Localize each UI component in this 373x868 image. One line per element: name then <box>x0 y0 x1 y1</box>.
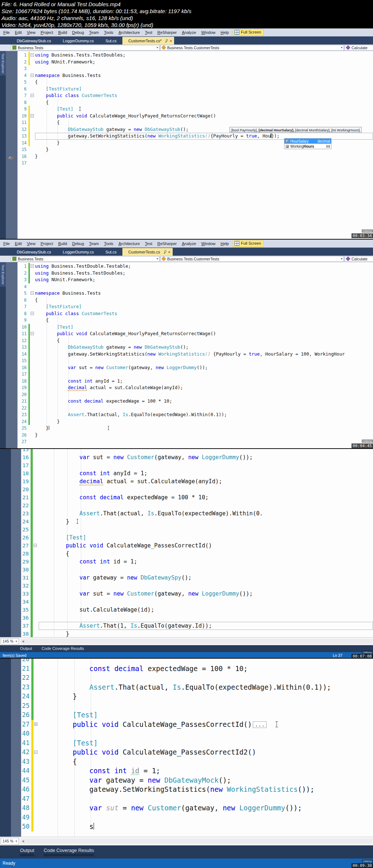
member-dropdown[interactable]: Calculate <box>345 45 373 51</box>
code-line[interactable]: 11− public void CalculateWage_HourlyPaye… <box>17 330 373 337</box>
code-line[interactable]: 21 const decimal expectedWage = 100 * 10… <box>21 493 373 501</box>
code-line[interactable]: 21 const decimal expectedWage = 100 * 10… <box>21 664 373 674</box>
code-line[interactable]: 18 const int anyId = 1; <box>17 378 373 385</box>
expand-icon[interactable]: + <box>34 722 38 726</box>
collapse-icon[interactable]: − <box>31 291 34 295</box>
code-line[interactable]: 5{ <box>17 79 373 86</box>
test-explorer-tab[interactable]: Test Explorer <box>0 51 6 75</box>
scroll-left-icon[interactable]: ◀ <box>21 640 24 643</box>
code-line[interactable]: 24 } <box>21 692 373 701</box>
project-dropdown[interactable]: Business.Tests ▾ <box>11 256 160 262</box>
type-dropdown[interactable]: Business.Tests.CustomerTests ▾ <box>160 45 344 51</box>
code-line[interactable]: 31 var gateway = new DbGatewaySpy(); <box>21 574 373 582</box>
code-line[interactable]: 45 var gateway = new DbGatewayMock(); <box>21 776 373 785</box>
code-line[interactable]: 22 <box>17 405 373 412</box>
code-line[interactable]: 40 <box>21 729 373 739</box>
code-line[interactable]: 27 <box>17 438 373 445</box>
menu-item-help[interactable]: Help <box>218 30 232 35</box>
horizontal-scrollbar[interactable]: ◀ <box>21 839 372 844</box>
menu-item-analyze[interactable]: Analyze <box>179 241 199 247</box>
code-line[interactable]: 16 var sut = new Customer(gateway, new L… <box>21 453 373 461</box>
code-line[interactable]: 13 DbGatewayStub gateway = new DbGateway… <box>17 344 373 351</box>
pin-icon[interactable] <box>165 39 168 43</box>
code-line[interactable]: 43 { <box>21 757 373 767</box>
menu-item-architecture[interactable]: Architecture <box>116 241 142 247</box>
code-line[interactable]: 11 { <box>17 119 373 126</box>
menu-item-edit[interactable]: Edit <box>12 241 24 247</box>
code-line[interactable]: 22 <box>21 673 373 683</box>
code-line[interactable]: 24 } <box>17 418 373 425</box>
code-line[interactable]: 25 } <box>17 425 373 432</box>
scroll-left-icon[interactable]: ◀ <box>21 840 24 843</box>
code-line[interactable]: 4−namespace Business.Tests <box>17 72 373 79</box>
menu-item-help[interactable]: Help <box>218 241 232 247</box>
tab-output[interactable]: Output <box>20 848 34 856</box>
full-screen-button[interactable]: Full Screen <box>233 29 264 36</box>
hammer-icon[interactable] <box>8 156 15 162</box>
code-line[interactable]: 22 <box>21 501 373 509</box>
collapse-icon[interactable]: − <box>31 114 34 117</box>
code-line[interactable]: 2using Business.Tests.TestDoubles; <box>17 270 373 277</box>
code-line[interactable]: 28 { <box>21 550 373 558</box>
menu-item-tools[interactable]: Tools <box>101 241 116 247</box>
code-line[interactable]: 4 <box>17 283 373 290</box>
code-line[interactable]: 48 var sut = new Customer(gateway, new L… <box>21 803 373 813</box>
code-line[interactable]: 1−using Business.Tests.TestDoubles; <box>17 52 373 59</box>
code-line[interactable]: 36 <box>21 614 373 622</box>
collapse-icon[interactable]: − <box>31 312 34 315</box>
collapse-icon[interactable]: − <box>31 94 34 97</box>
type-dropdown[interactable]: Business.Tests.CustomerTests ▾ <box>160 256 344 262</box>
code-line[interactable]: 15 <box>21 449 373 453</box>
code-line[interactable]: 23 Assert.That(actual, Is.EqualTo(expect… <box>17 411 373 418</box>
collapse-icon[interactable]: − <box>31 264 34 268</box>
collapse-icon[interactable]: − <box>31 332 34 335</box>
code-line[interactable]: 10 [Test] <box>17 324 373 331</box>
code-line[interactable]: 12 { <box>17 337 373 344</box>
pin-icon[interactable] <box>163 250 166 254</box>
code-line[interactable]: 47 <box>21 794 373 804</box>
menu-item-edit[interactable]: Edit <box>12 30 24 35</box>
document-tab[interactable]: DbGatewayStub.cs <box>11 37 57 44</box>
code-line[interactable]: 25 <box>21 701 373 711</box>
menu-item-view[interactable]: View <box>24 241 38 247</box>
code-line[interactable]: 16} <box>17 153 373 160</box>
zoom-select[interactable]: 145 % ▾ <box>1 638 19 644</box>
code-line[interactable]: 27− public void CalculateWage_PassesCorr… <box>21 542 373 550</box>
menu-item-analyze[interactable]: Analyze <box>179 30 199 35</box>
code-line[interactable]: 9 { <box>17 317 373 324</box>
code-line[interactable]: 20 <box>21 485 373 493</box>
code-line[interactable]: 46 gateway.SetWorkingStatistics(new Work… <box>21 785 373 794</box>
menu-item-test[interactable]: Test <box>142 30 155 35</box>
code-line[interactable]: 8 { <box>17 99 373 106</box>
code-line[interactable]: 37 Assert.That(1, Is.EqualTo(gateway.Id)… <box>21 622 373 630</box>
code-line[interactable]: 14 gateway.SetWorkingStatistics(new Work… <box>17 351 373 358</box>
menu-item-resharper[interactable]: ReSharper <box>155 241 179 247</box>
code-line[interactable]: 7 [TestFixture] <box>17 303 373 310</box>
code-line[interactable]: 20 <box>17 391 373 398</box>
code-line[interactable]: 50 s <box>21 822 373 832</box>
menu-item-debug[interactable]: Debug <box>70 241 86 247</box>
code-editor[interactable]: 1−using Business.TestDouble.Testable;2us… <box>17 262 373 448</box>
code-line[interactable]: 29 const int id = 1; <box>21 558 373 566</box>
horizontal-scrollbar[interactable]: ◀ <box>21 639 372 644</box>
code-line[interactable]: 9 [Test] <box>17 106 373 113</box>
menu-item-build[interactable]: Build <box>56 30 70 35</box>
menu-item-test[interactable]: Test <box>142 241 155 247</box>
code-line[interactable]: 3using NUnit.Framework; <box>17 276 373 283</box>
menu-item-tools[interactable]: Tools <box>101 30 116 35</box>
menu-item-resharper[interactable]: ReSharper <box>155 30 179 35</box>
code-line[interactable]: 6{ <box>17 297 373 304</box>
code-line[interactable]: 1−using Business.TestDouble.Testable; <box>17 263 373 270</box>
code-line[interactable]: 5−namespace Business.Tests <box>17 290 373 297</box>
menu-item-file[interactable]: File <box>1 30 12 35</box>
full-screen-button[interactable]: Full Screen <box>233 240 264 247</box>
code-line[interactable]: 15 <box>17 357 373 364</box>
code-line[interactable]: 19 decimal actual = sut.CalculateWage(an… <box>17 384 373 391</box>
completion-item[interactable]: HourSalarydecimal <box>284 139 331 144</box>
code-line[interactable]: 41 [Test] <box>21 739 373 748</box>
menu-item-project[interactable]: Project <box>38 241 55 247</box>
code-line[interactable]: 21 const decimal expectedWage = 100 * 10… <box>17 398 373 405</box>
project-dropdown[interactable]: Business.Tests ▾ <box>11 45 160 51</box>
code-line[interactable]: 38 } <box>21 630 373 637</box>
code-line[interactable]: 23 Assert.That(actual, Is.EqualTo(expect… <box>21 509 373 518</box>
